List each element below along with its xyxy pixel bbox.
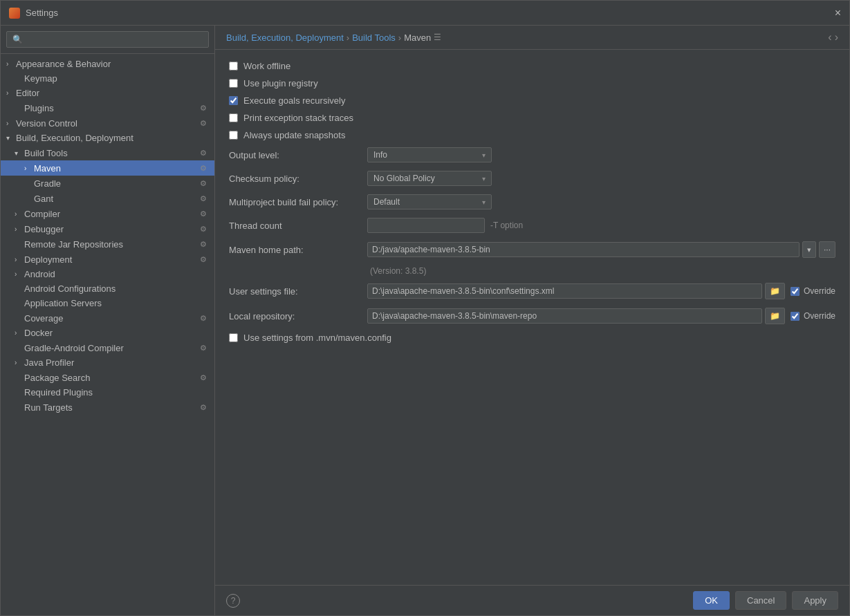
sidebar-item-app-servers[interactable]: Application Servers [1, 296, 214, 310]
settings-gear-icon: ⚙ [198, 193, 209, 204]
breadcrumb-part2[interactable]: Build Tools [352, 32, 396, 43]
sidebar-item-label: Appearance & Behavior [16, 59, 209, 69]
sidebar-item-gradle[interactable]: Gradle ⚙ [1, 176, 214, 191]
sidebar-item-compiler[interactable]: › Compiler ⚙ [1, 206, 214, 221]
multiproject-select[interactable]: Default ▾ [367, 194, 492, 209]
sidebar-item-package-search[interactable]: Package Search ⚙ [1, 370, 214, 385]
title-bar: Settings × [1, 1, 849, 26]
maven-home-browse-button[interactable]: ··· [819, 241, 835, 258]
dialog-title: Settings [26, 8, 58, 18]
output-level-select[interactable]: Info ▾ [367, 147, 492, 162]
user-settings-input[interactable] [367, 283, 762, 299]
sidebar-item-gradle-android[interactable]: Gradle-Android Compiler ⚙ [1, 340, 214, 355]
sidebar-item-label: Android Configurations [24, 283, 209, 294]
breadcrumb-menu-icon[interactable]: ☰ [434, 32, 441, 42]
sidebar: › Appearance & Behavior Keymap › Editor … [1, 26, 215, 615]
sidebar-item-plugins[interactable]: Plugins ⚙ [1, 100, 214, 115]
settings-gear-icon: ⚙ [198, 118, 209, 129]
breadcrumb-part1[interactable]: Build, Execution, Deployment [226, 32, 344, 43]
expand-icon: › [15, 256, 24, 263]
search-box [1, 26, 214, 54]
user-settings-input-container: 📁 [367, 283, 785, 299]
thread-count-input[interactable] [367, 218, 485, 233]
sidebar-item-gant[interactable]: Gant ⚙ [1, 191, 214, 206]
settings-gear-icon: ⚙ [198, 372, 209, 383]
expand-icon: › [6, 60, 16, 68]
checksum-policy-label: Checksum policy: [229, 174, 367, 184]
expand-icon: ▾ [15, 149, 24, 157]
use-plugin-registry-label: Use plugin registry [243, 78, 318, 88]
help-button[interactable]: ? [226, 594, 240, 608]
print-exception-label: Print exception stack traces [243, 113, 353, 123]
sidebar-item-docker[interactable]: › Docker [1, 326, 214, 340]
thread-count-label: Thread count [229, 221, 367, 231]
nav-forward-button[interactable]: › [835, 31, 838, 44]
sidebar-item-keymap[interactable]: Keymap [1, 71, 214, 86]
settings-dialog: Settings × › Appearance & Behavior Keyma… [0, 0, 850, 616]
breadcrumb-sep1: › [347, 32, 349, 43]
work-offline-checkbox[interactable] [229, 62, 238, 71]
search-input[interactable] [6, 31, 209, 48]
maven-home-dropdown-button[interactable]: ▾ [802, 241, 816, 258]
expand-icon: › [15, 329, 24, 337]
maven-home-label: Maven home path: [229, 245, 367, 255]
user-settings-override-checkbox[interactable] [791, 287, 800, 296]
sidebar-item-maven[interactable]: › Maven ⚙ [1, 160, 214, 176]
breadcrumb-part3: Maven [404, 32, 431, 43]
use-plugin-registry-checkbox[interactable] [229, 79, 238, 88]
maven-version-text: (Version: 3.8.5) [370, 266, 426, 276]
user-settings-browse-button[interactable]: 📁 [765, 283, 785, 299]
breadcrumb-bar: Build, Execution, Deployment › Build Too… [215, 26, 849, 50]
sidebar-item-editor[interactable]: › Editor [1, 86, 214, 100]
sidebar-item-build-exec-deploy[interactable]: ▾ Build, Execution, Deployment [1, 131, 214, 145]
settings-gear-icon: ⚙ [198, 254, 209, 265]
sidebar-item-version-control[interactable]: › Version Control ⚙ [1, 115, 214, 131]
ok-button[interactable]: OK [693, 591, 730, 610]
work-offline-row: Work offline [229, 61, 835, 71]
expand-icon: › [15, 210, 24, 218]
execute-goals-label: Execute goals recursively [243, 95, 345, 106]
sidebar-item-label: Docker [24, 328, 209, 338]
sidebar-item-required-plugins[interactable]: Required Plugins [1, 385, 214, 400]
right-panel: Build, Execution, Deployment › Build Too… [215, 26, 849, 615]
sidebar-item-build-tools[interactable]: ▾ Build Tools ⚙ [1, 145, 214, 160]
sidebar-item-java-profiler[interactable]: › Java Profiler [1, 355, 214, 370]
sidebar-item-android[interactable]: › Android [1, 267, 214, 281]
apply-button[interactable]: Apply [792, 591, 838, 610]
dropdown-arrow-icon: ▾ [482, 175, 486, 183]
expand-icon: › [24, 165, 34, 172]
sidebar-item-coverage[interactable]: Coverage ⚙ [1, 310, 214, 326]
sidebar-item-appearance[interactable]: › Appearance & Behavior [1, 57, 214, 71]
close-button[interactable]: × [835, 7, 841, 19]
app-icon [9, 8, 20, 19]
expand-icon: › [6, 89, 16, 97]
multiproject-row: Multiproject build fail policy: Default … [229, 194, 835, 209]
sidebar-item-android-conf[interactable]: Android Configurations [1, 281, 214, 296]
print-exception-checkbox[interactable] [229, 113, 238, 122]
sidebar-item-remote-jar[interactable]: Remote Jar Repositories ⚙ [1, 236, 214, 252]
sidebar-item-label: Debugger [24, 224, 198, 234]
sidebar-item-deployment[interactable]: › Deployment ⚙ [1, 252, 214, 267]
sidebar-item-debugger[interactable]: › Debugger ⚙ [1, 221, 214, 236]
checksum-policy-select[interactable]: No Global Policy ▾ [367, 171, 492, 186]
always-update-checkbox[interactable] [229, 131, 238, 140]
use-settings-label: Use settings from .mvn/maven.config [243, 333, 391, 343]
cancel-button[interactable]: Cancel [735, 591, 786, 610]
user-settings-override-row: Override [791, 286, 835, 296]
breadcrumb: Build, Execution, Deployment › Build Too… [226, 32, 441, 43]
sidebar-item-label: Deployment [24, 254, 198, 265]
nav-back-button[interactable]: ‹ [828, 31, 831, 44]
local-repo-browse-button[interactable]: 📁 [765, 308, 785, 324]
local-repo-input[interactable] [367, 308, 762, 324]
multiproject-value: Default [373, 197, 400, 207]
local-repo-override-checkbox[interactable] [791, 312, 800, 321]
bottom-bar: ? OK Cancel Apply [215, 585, 849, 615]
sidebar-item-run-targets[interactable]: Run Targets ⚙ [1, 400, 214, 415]
nav-arrows: ‹ › [828, 31, 838, 44]
thread-count-row: Thread count -T option [229, 218, 835, 233]
local-repo-row: Local repository: 📁 Override [229, 308, 835, 324]
use-settings-checkbox[interactable] [229, 333, 238, 342]
settings-gear-icon: ⚙ [198, 102, 209, 113]
execute-goals-checkbox[interactable] [229, 96, 238, 105]
maven-home-input[interactable] [367, 242, 800, 257]
